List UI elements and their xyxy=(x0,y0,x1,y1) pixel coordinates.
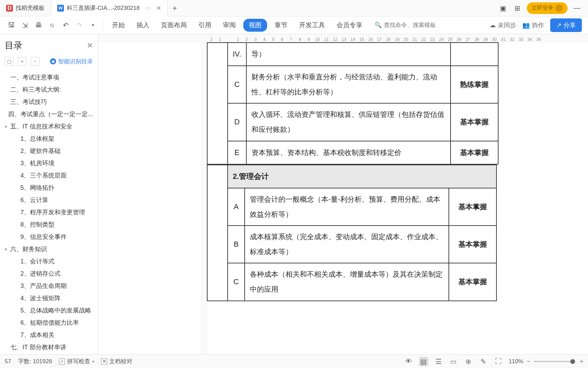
page-view-icon[interactable]: ▤ xyxy=(419,357,428,366)
eye-icon[interactable]: 👁 xyxy=(404,357,413,366)
toc-item[interactable]: 7、程序开发和变更管理 xyxy=(0,206,98,218)
toc-item[interactable]: 1、会计等式 xyxy=(0,255,98,267)
web-view-icon[interactable]: ⊕ xyxy=(464,357,473,366)
content-table-2: 2.管理会计 A 管理会计的一般概念（本-量-利分析、预算、费用分配、成本效益分… xyxy=(207,165,497,301)
row-letter: A xyxy=(228,188,245,226)
page-number[interactable]: 57 xyxy=(5,358,11,365)
toc-item[interactable]: 三、考试技巧 xyxy=(0,96,98,108)
row-desc: 资本预算、资本结构、基本税收制度和转移定价 xyxy=(246,141,451,164)
search-icon: 🔍 xyxy=(375,21,382,29)
smart-toc-button[interactable]: ◉ 智能识别目录 xyxy=(50,58,93,65)
toc-item[interactable]: 1、总体框架 xyxy=(0,133,98,145)
toc-item[interactable]: 4、波士顿矩阵 xyxy=(0,292,98,304)
spellcheck-toggle[interactable]: ✓ 拼写检查 ▾ xyxy=(59,357,94,365)
sidebar-close-icon[interactable]: ✕ xyxy=(87,41,93,50)
menu-dev[interactable]: 开发工具 xyxy=(295,19,329,32)
menu-layout[interactable]: 页面布局 xyxy=(157,19,191,32)
pencil-icon[interactable]: ✎ xyxy=(479,357,488,366)
toc-item[interactable]: 5、总体战略中的发展战略 xyxy=(0,304,98,317)
tab-label: 科三直插课-CIA...-20230218 xyxy=(67,4,140,12)
tab-ghost-icon: ▭ xyxy=(146,5,151,11)
toc-item[interactable]: 二、科三考试大纲: xyxy=(0,83,98,96)
smart-label: 智能识别目录 xyxy=(58,58,93,65)
toc-item[interactable]: 5、网络拓扑 xyxy=(0,182,98,194)
tab-template[interactable]: D 找稻壳模板 xyxy=(0,0,51,16)
menu-review[interactable]: 审阅 xyxy=(219,19,240,32)
menu-chapter[interactable]: 章节 xyxy=(271,19,292,32)
share-button[interactable]: ↗ 分享 xyxy=(550,18,582,32)
collab-button[interactable]: 👥 协作 xyxy=(522,21,544,29)
zoom-out-icon[interactable]: − xyxy=(527,358,530,365)
read-view-icon[interactable]: ▭ xyxy=(449,357,458,366)
window-layout-icon[interactable]: ▣ xyxy=(498,3,508,13)
outline-view-icon[interactable]: ☰ xyxy=(434,357,443,366)
save-icon[interactable]: 🖫 xyxy=(6,20,16,30)
doccheck-toggle[interactable]: ✕ 文档校对 xyxy=(101,357,132,365)
chevron-down-icon: ▾ xyxy=(92,359,94,364)
toc-item[interactable]: 四、考试重点（一定一定一定... xyxy=(0,108,98,120)
unsync-button[interactable]: ☁ 未同步 xyxy=(490,21,516,29)
row-letter: C xyxy=(228,263,245,301)
redo-icon[interactable]: ↷ xyxy=(74,20,84,30)
login-button[interactable]: 立即登录 xyxy=(527,2,568,14)
cloud-icon: ☁ xyxy=(490,21,496,29)
row-level: 基本掌握 xyxy=(449,188,496,226)
toc-item[interactable]: 6、云计算 xyxy=(0,194,98,206)
grid-icon[interactable]: ⊞ xyxy=(512,3,522,13)
toc-item[interactable]: 4、三个系统层面 xyxy=(0,169,98,182)
toc-list: 一、考试注意事项二、科三考试大纲:三、考试技巧四、考试重点（一定一定一定...▾… xyxy=(0,70,98,368)
sb-tool-2[interactable]: + xyxy=(18,57,27,66)
fit-icon[interactable]: ⛶ xyxy=(494,357,503,366)
row-letter: D xyxy=(228,103,246,141)
toc-item[interactable]: 3、产品生命周期 xyxy=(0,280,98,292)
print-icon[interactable]: 🖶 xyxy=(33,20,44,30)
row-desc: 导） xyxy=(246,43,451,66)
row-desc: 管理会计的一般概念（本-量-利分析、预算、费用分配、成本效益分析等） xyxy=(245,188,449,226)
menu-vip[interactable]: 会员专享 xyxy=(332,19,366,32)
dropdown-icon[interactable]: ▾ xyxy=(88,20,98,30)
undo-icon[interactable]: ↶ xyxy=(61,20,71,30)
toc-item[interactable]: ▾六、财务知识 xyxy=(0,243,98,255)
zoom-in-icon[interactable]: + xyxy=(580,358,583,365)
slider-knob[interactable] xyxy=(570,359,575,364)
close-icon[interactable]: ✕ xyxy=(156,4,161,12)
word-count[interactable]: 字数: 101928 xyxy=(18,357,52,365)
toc-item[interactable]: 一、考试注意事项 xyxy=(0,71,98,83)
menu-reference[interactable]: 引用 xyxy=(194,19,215,32)
menu-view[interactable]: 视图 xyxy=(243,19,267,32)
row-desc: 财务分析（水平和垂直分析，与经营活动、盈利能力、流动性、杠杆等的比率分析等） xyxy=(246,66,451,103)
unsync-label: 未同步 xyxy=(498,21,516,29)
toc-item[interactable]: 2、硬软件基础 xyxy=(0,145,98,157)
titlebar: D 找稻壳模板 W 科三直插课-CIA...-20230218 ▭ ✕ + ▣ … xyxy=(0,0,588,16)
share-label: 分享 xyxy=(564,21,576,29)
app-icon: D xyxy=(6,5,13,12)
toolbar: 🖫 ⇲ 🖶 ⍉ ↶ ↷ ▾ 开始 插入 页面布局 引用 审阅 视图 章节 开发工… xyxy=(0,16,588,34)
sb-tool-3[interactable]: − xyxy=(31,57,39,66)
row-level: 基本掌握 xyxy=(449,226,496,263)
horizontal-ruler[interactable]: 2112345678910111213141516171819202122232… xyxy=(98,34,588,42)
toc-item[interactable]: 9、信息安全事件 xyxy=(0,231,98,243)
zoom-slider[interactable] xyxy=(534,361,574,362)
sb-tool-1[interactable]: ▢ xyxy=(5,57,14,66)
preview-icon[interactable]: ⍉ xyxy=(47,20,57,30)
table-row: A 管理会计的一般概念（本-量-利分析、预算、费用分配、成本效益分析等） 基本掌… xyxy=(207,188,496,226)
toc-item[interactable]: 8、控制类型 xyxy=(0,218,98,231)
menu-insert[interactable]: 插入 xyxy=(132,19,153,32)
export-icon[interactable]: ⇲ xyxy=(20,20,30,30)
toc-item[interactable]: 6、短期偿债能力比率 xyxy=(0,317,98,329)
menu-start[interactable]: 开始 xyxy=(108,19,129,32)
toc-item[interactable]: 3、机房环境 xyxy=(0,157,98,169)
tab-document[interactable]: W 科三直插课-CIA...-20230218 ▭ ✕ xyxy=(51,0,168,16)
minimize-icon[interactable]: — xyxy=(572,3,582,13)
toc-item[interactable]: 7、成本相关 xyxy=(0,329,98,341)
table-section-header: 2.管理会计 xyxy=(207,165,496,188)
row-level: 基本掌握 xyxy=(451,141,498,164)
toc-item[interactable]: 2、进销存公式 xyxy=(0,267,98,280)
toc-item[interactable]: ▾五、IT 信息技术和安全 xyxy=(0,120,98,133)
row-desc: 成本核算系统（完全成本、变动成本、固定成本、作业成本、标准成本等） xyxy=(245,226,449,263)
toc-item[interactable]: 七、IT 部分教材串讲 xyxy=(0,341,98,353)
search-input[interactable] xyxy=(384,22,445,29)
new-tab-button[interactable]: + xyxy=(168,3,181,13)
table-row: IV. 导） xyxy=(207,43,498,66)
zoom-value[interactable]: 110% xyxy=(509,358,523,365)
